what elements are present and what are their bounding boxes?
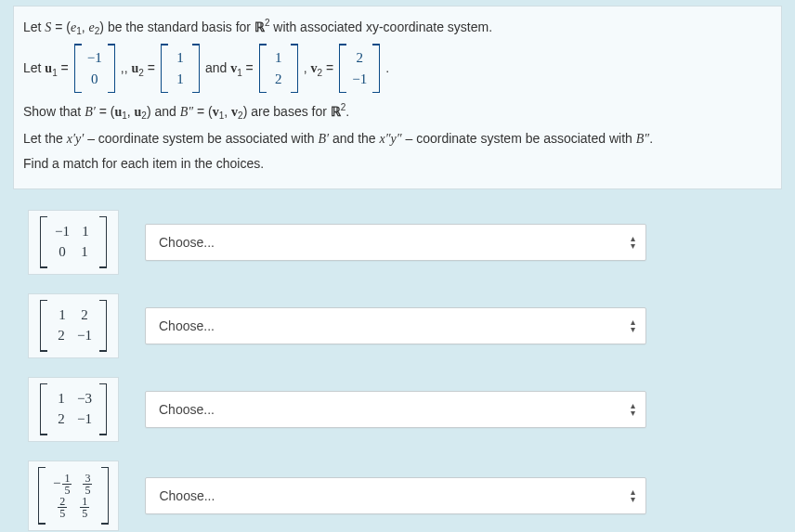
text-and: and v1 = [205, 58, 254, 80]
cell: 2 [353, 47, 366, 69]
text: ) are bases for [243, 104, 331, 119]
cell: −1 [77, 411, 92, 427]
var: v [213, 105, 219, 119]
text: . [385, 58, 389, 78]
matrix-v1: 12 [259, 44, 298, 93]
answer-select-2[interactable]: Choose... [145, 307, 646, 344]
cell: −1 [77, 328, 92, 344]
cell: 35 [81, 473, 94, 496]
var: B′ [318, 132, 329, 146]
matrix: 1−3 2−1 [40, 383, 107, 435]
match-row: 1−3 2−1 Choose... [28, 377, 782, 442]
line-5: Find a match for each item in the choice… [23, 154, 772, 174]
cell: −1 [87, 47, 102, 69]
cell: −1 [352, 69, 367, 90]
answer-select-3-wrap: Choose... [145, 391, 646, 428]
answer-select-1[interactable]: Choose... [145, 224, 646, 261]
matrix: −11 01 [40, 216, 107, 268]
cell: 2 [272, 69, 285, 90]
answer-select-3[interactable]: Choose... [145, 391, 646, 428]
matrix-v2: 2−1 [339, 44, 380, 93]
matrix-u1: −10 [74, 44, 115, 93]
text: = [144, 60, 155, 75]
cell: 25 [56, 496, 69, 519]
text: , [82, 19, 89, 34]
cell: −1 [55, 224, 70, 240]
text: Let [23, 60, 45, 75]
text: , [224, 104, 231, 119]
cell: 1 [55, 391, 68, 407]
matrix-u2: 11 [161, 44, 200, 93]
text: Show that [23, 104, 85, 119]
text: and the [329, 131, 380, 146]
matrix-box-1: −11 01 [28, 210, 119, 275]
cell: 1 [79, 224, 92, 240]
cell: 15 [78, 496, 91, 519]
text: . [649, 131, 653, 146]
line-4: Let the x′y′ – coordinate system be asso… [23, 129, 772, 149]
answer-select-4-wrap: Choose... [145, 477, 646, 514]
matrix-box-4: −15 35 25 15 [28, 461, 119, 531]
cell: 1 [56, 307, 69, 323]
text: , v2 = [304, 58, 333, 80]
text: ) be the standard basis for [99, 19, 254, 34]
text: Let [23, 19, 45, 34]
real-symbol: ℝ [254, 20, 265, 34]
cell: 2 [55, 411, 68, 427]
cell: 0 [88, 69, 101, 90]
line-1: Let S = (e1, e2) be the standard basis f… [23, 16, 772, 38]
text: , [127, 104, 135, 119]
text: with associated xy-coordinate system. [269, 19, 492, 34]
cell: 2 [55, 328, 68, 344]
text: Let the [23, 131, 67, 146]
real-symbol: ℝ [331, 105, 341, 119]
match-area: −11 01 Choose... 12 2−1 [0, 206, 795, 532]
cell: 2 [78, 307, 91, 323]
cell: 0 [56, 244, 69, 260]
answer-select-1-wrap: Choose... [145, 224, 646, 261]
text: . [345, 104, 349, 119]
cell: −3 [77, 391, 92, 407]
var-xpyp: x′y′ [67, 132, 85, 146]
text: ,, u2 = [121, 58, 155, 80]
question-box: Let S = (e1, e2) be the standard basis f… [13, 6, 782, 189]
match-row: −11 01 Choose... [28, 210, 782, 275]
match-row: 12 2−1 Choose... [28, 293, 782, 358]
text: = ( [96, 104, 115, 119]
line-3: Show that B′ = (u1, u2) and B″ = (v1, v2… [23, 100, 772, 123]
text: = ( [193, 104, 213, 119]
cell: 1 [174, 69, 187, 90]
text: = ( [51, 19, 71, 34]
text: ) and [147, 104, 180, 119]
text: = [58, 60, 69, 75]
cell: 1 [272, 47, 285, 69]
answer-select-4[interactable]: Choose... [145, 477, 646, 514]
text: = [322, 60, 333, 75]
text: ,, [121, 60, 132, 75]
var-Bdprime: B″ [180, 105, 193, 119]
var-xppypp: x″y″ [380, 132, 402, 146]
text: – coordinate system be associated with [84, 131, 318, 146]
matrix: −15 35 25 15 [38, 467, 109, 525]
text: and [205, 60, 230, 75]
var-v2: v [311, 61, 318, 75]
answer-select-2-wrap: Choose... [145, 307, 646, 344]
matrix: 12 2−1 [40, 300, 107, 352]
text: , [304, 60, 311, 75]
matrix-box-2: 12 2−1 [28, 293, 119, 358]
var: B″ [636, 132, 649, 146]
cell: 1 [174, 47, 187, 69]
cell: 1 [78, 244, 91, 260]
cell: −15 [53, 473, 72, 496]
text: = [242, 60, 254, 75]
text-let: Let u1 = [23, 58, 69, 80]
var-u1: u [45, 61, 52, 75]
match-row: −15 35 25 15 Choose... [28, 461, 782, 531]
var-Bprime: B′ [85, 105, 96, 119]
matrix-box-3: 1−3 2−1 [28, 377, 119, 442]
vector-definitions: Let u1 = −10 ,, u2 = 11 and v1 = 12 , v2… [23, 44, 772, 93]
text: – coordinate system be associated with [402, 131, 636, 146]
